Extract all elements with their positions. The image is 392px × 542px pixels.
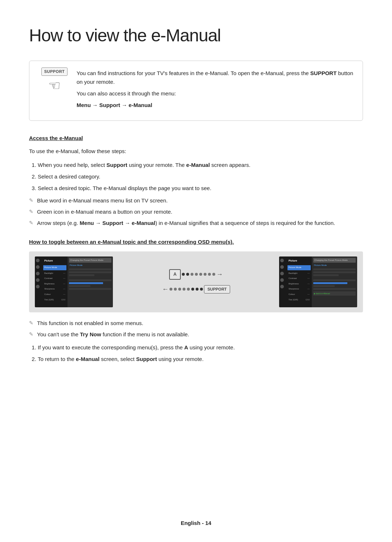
page-footer: English - 14 — [0, 519, 392, 527]
arrow-left-group: ← SUPPORT — [162, 284, 230, 295]
access-notes-list: Blue word in e-Manual means menu list on… — [29, 196, 363, 227]
toggle-section: How to toggle between an e-Manual topic … — [29, 238, 363, 364]
diagram-arrows: A → ← — [162, 269, 230, 295]
toggle-step-1: If you want to execute the corresponding… — [38, 343, 363, 352]
hand-icon: ☜ — [48, 79, 61, 93]
menu-path: Menu → Support → e-Manual — [77, 101, 354, 110]
access-intro: To use the e-Manual, follow these steps: — [29, 147, 363, 156]
toggle-notes: This function is not enabled in some men… — [29, 319, 363, 364]
access-step-1: When you need help, select Support using… — [38, 161, 363, 169]
dots-forward — [182, 273, 215, 276]
diagram-container: Picture Picture Mode Backlight— Contrast… — [29, 251, 363, 312]
support-btn-label: SUPPORT — [41, 67, 68, 76]
arrow-right-group: A → — [169, 269, 223, 280]
right-tv-screen: Picture Picture Mode Backlight— Contrast… — [279, 256, 357, 307]
support-tag: SUPPORT — [204, 285, 230, 294]
access-note-2: Green icon in e-Manual means a button on… — [29, 208, 363, 216]
access-steps-list: When you need help, select Support using… — [38, 161, 363, 193]
dots-backward — [170, 288, 203, 291]
support-icon-illustration: SUPPORT ☜ — [38, 67, 71, 100]
toggle-section-title: How to toggle between an e-Manual topic … — [29, 238, 363, 246]
info-box: SUPPORT ☜ You can find instructions for … — [29, 61, 363, 121]
toggle-note-list: This function is not enabled in some men… — [29, 319, 363, 339]
toggle-note-2: You can't use the Try Now function if th… — [29, 330, 363, 339]
access-section: Access the e-Manual To use the e-Manual,… — [29, 134, 363, 227]
access-step-2: Select a desired category. — [38, 172, 363, 181]
toggle-step-2: To return to the e-Manual screen, select… — [38, 355, 363, 364]
toggle-steps-list: If you want to execute the corresponding… — [38, 343, 363, 364]
toggle-note-1: This function is not enabled in some men… — [29, 319, 363, 328]
access-step-3: Select a desired topic. The e-Manual dis… — [38, 184, 363, 193]
page-title: How to view the e-Manual — [29, 22, 363, 50]
left-tv-screen: Picture Picture Mode Backlight— Contrast… — [35, 256, 113, 307]
info-para2: You can also access it through the menu: — [77, 89, 354, 98]
a-button: A — [169, 269, 181, 280]
access-note-3: Arrow steps (e.g. Menu → Support → e-Man… — [29, 219, 363, 227]
info-para1: You can find instructions for your TV's … — [77, 69, 354, 86]
access-note-1: Blue word in e-Manual means menu list on… — [29, 196, 363, 205]
access-section-title: Access the e-Manual — [29, 134, 363, 143]
